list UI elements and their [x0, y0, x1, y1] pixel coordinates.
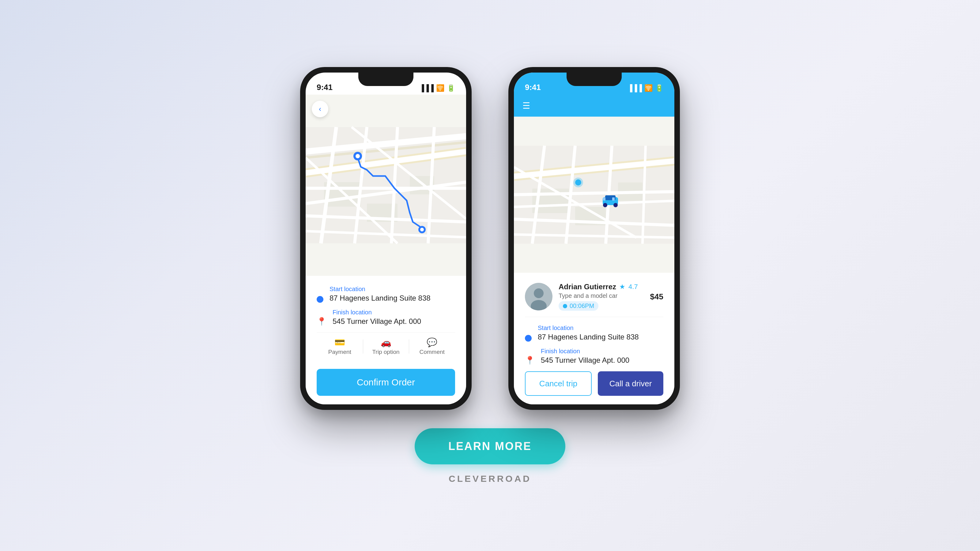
- battery-icon: 🔋: [447, 84, 455, 92]
- driver-info: Adrian Gutierrez ★ 4.7 Type and a model …: [525, 283, 663, 317]
- blue-header: ☰: [514, 95, 675, 117]
- finish-value-2: 545 Turner Village Apt. 000: [541, 356, 629, 365]
- back-button[interactable]: ‹: [312, 101, 328, 117]
- rating-star-icon: ★: [619, 283, 625, 291]
- wifi-icon: 🛜: [436, 84, 444, 92]
- svg-rect-44: [603, 197, 605, 200]
- driver-price: $45: [650, 292, 663, 302]
- call-driver-button[interactable]: Call a driver: [598, 371, 663, 396]
- phone-1: 9:41 ▐▐▐ 🛜 🔋: [300, 67, 472, 410]
- eta-time: 00:06PM: [570, 302, 594, 310]
- svg-point-43: [613, 203, 618, 207]
- driver-rating: 4.7: [628, 283, 638, 291]
- status-time-1: 9:41: [317, 83, 332, 92]
- bottom-panel-2: Adrian Gutierrez ★ 4.7 Type and a model …: [514, 273, 675, 404]
- car-type: Type and a model car: [558, 292, 644, 299]
- start-label: Start location: [329, 286, 431, 293]
- status-icons-2: ▐▐▐ 🛜 🔋: [627, 84, 663, 92]
- start-location-item: Start location 87 Hagenes Landing Suite …: [317, 286, 455, 303]
- finish-label: Finish location: [332, 309, 421, 316]
- trip-option[interactable]: 🚗 Trip option: [363, 338, 409, 356]
- start-label-2: Start location: [538, 324, 639, 332]
- comment-option[interactable]: 💬 Comment: [409, 338, 455, 356]
- map-area-2: [514, 117, 675, 273]
- driver-name-row: Adrian Gutierrez ★ 4.7: [558, 283, 644, 291]
- bottom-panel-1: Start location 87 Hagenes Landing Suite …: [305, 276, 466, 404]
- map-area-1: ‹: [305, 95, 466, 276]
- finish-label-2: Finish location: [541, 348, 629, 355]
- finish-pin-icon-2: 📍: [525, 356, 535, 365]
- comment-icon: 💬: [426, 338, 438, 347]
- confirm-order-button[interactable]: Confirm Order: [317, 369, 455, 396]
- finish-pin-icon: 📍: [317, 317, 326, 326]
- signal-icon-2: ▐▐▐: [627, 84, 642, 92]
- brand-name: CLEVERROAD: [449, 473, 531, 484]
- wallet-icon: 💳: [334, 338, 346, 347]
- svg-point-22: [420, 228, 424, 232]
- finish-location-item-2: 📍 Finish location 545 Turner Village Apt…: [525, 348, 663, 365]
- driver-name: Adrian Gutierrez: [558, 283, 616, 291]
- learn-more-button[interactable]: LEARN MORE: [415, 428, 565, 464]
- status-time-2: 9:41: [525, 83, 541, 92]
- driver-details: Adrian Gutierrez ★ 4.7 Type and a model …: [558, 283, 644, 311]
- back-icon: ‹: [319, 105, 321, 113]
- trip-label: Trip option: [372, 349, 399, 356]
- finish-location-text-2: Finish location 545 Turner Village Apt. …: [541, 348, 629, 365]
- svg-point-47: [534, 288, 544, 298]
- battery-icon-2: 🔋: [655, 84, 663, 92]
- trip-actions: Cancel trip Call a driver: [525, 371, 663, 396]
- start-location-text-2: Start location 87 Hagenes Landing Suite …: [538, 324, 639, 341]
- start-dot: [317, 296, 323, 303]
- svg-rect-45: [612, 197, 615, 200]
- phone-2: 9:41 ▐▐▐ 🛜 🔋 ☰: [508, 67, 680, 410]
- finish-location-text: Finish location 545 Turner Village Apt. …: [332, 309, 421, 326]
- start-value: 87 Hagenes Landing Suite 838: [329, 294, 431, 302]
- phones-container: 9:41 ▐▐▐ 🛜 🔋: [300, 67, 680, 410]
- hamburger-icon[interactable]: ☰: [522, 101, 530, 111]
- driver-avatar: [525, 283, 552, 310]
- comment-label: Comment: [420, 349, 445, 356]
- svg-point-20: [356, 154, 360, 158]
- cancel-trip-button[interactable]: Cancel trip: [525, 371, 592, 396]
- car-icon: 🚗: [380, 338, 392, 347]
- start-location-text: Start location 87 Hagenes Landing Suite …: [329, 286, 431, 302]
- eta-dot: [563, 304, 567, 308]
- payment-label: Payment: [328, 349, 351, 356]
- finish-value: 545 Turner Village Apt. 000: [332, 317, 421, 326]
- wifi-icon-2: 🛜: [644, 84, 652, 92]
- notch-2: [566, 73, 622, 86]
- finish-location-item: 📍 Finish location 545 Turner Village Apt…: [317, 309, 455, 326]
- payment-option[interactable]: 💳 Payment: [317, 338, 363, 356]
- notch-1: [358, 73, 414, 86]
- svg-point-39: [575, 179, 581, 186]
- start-dot-2: [525, 335, 531, 341]
- start-location-item-2: Start location 87 Hagenes Landing Suite …: [525, 324, 663, 341]
- svg-point-42: [603, 203, 607, 207]
- status-icons-1: ▐▐▐ 🛜 🔋: [419, 84, 455, 92]
- signal-icon: ▐▐▐: [419, 84, 434, 92]
- phone-2-inner: 9:41 ▐▐▐ 🛜 🔋 ☰: [514, 73, 675, 404]
- start-value-2: 87 Hagenes Landing Suite 838: [538, 333, 639, 341]
- eta-badge: 00:06PM: [558, 301, 598, 311]
- options-row: 💳 Payment 🚗 Trip option 💬 Comment: [317, 332, 455, 360]
- phone-1-inner: 9:41 ▐▐▐ 🛜 🔋: [305, 73, 466, 404]
